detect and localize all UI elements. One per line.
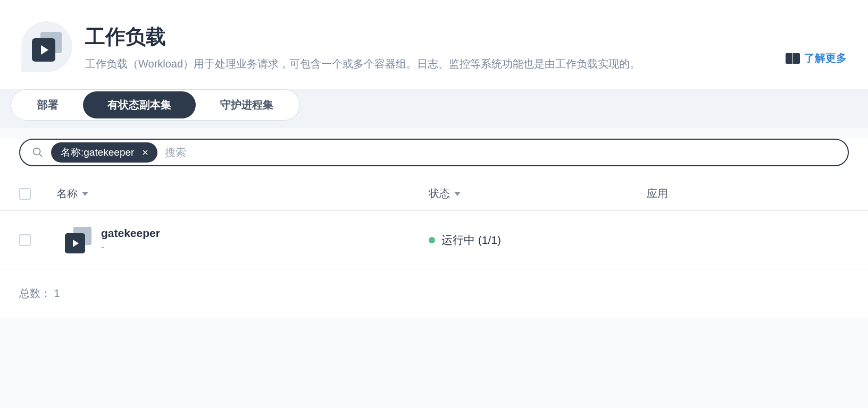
row-name[interactable]: gatekeeper	[101, 227, 160, 240]
chevron-down-icon	[454, 192, 461, 196]
table-header-row: 名称 状态 应用	[0, 177, 868, 211]
page-title: 工作负载	[85, 23, 773, 50]
total-label: 总数：	[19, 287, 51, 299]
column-status-label: 状态	[429, 186, 450, 201]
tab-statefulsets[interactable]: 有状态副本集	[83, 91, 196, 118]
tabs-pill: 部署 有状态副本集 守护进程集	[11, 89, 300, 121]
page-description: 工作负载（Workload）用于处理业务请求，可包含一个或多个容器组。日志、监控…	[85, 56, 773, 72]
status-indicator-dot	[429, 237, 435, 243]
workload-icon	[32, 32, 62, 62]
workload-page-icon	[21, 21, 72, 72]
search-bar[interactable]: 名称:gatekeeper	[19, 139, 849, 166]
row-subtitle: -	[101, 242, 160, 253]
table-footer: 总数： 1	[0, 269, 868, 318]
svg-line-1	[39, 154, 42, 157]
workloads-table: 名称 状态 应用	[0, 177, 868, 269]
svg-point-0	[34, 148, 40, 155]
row-checkbox[interactable]	[19, 234, 31, 246]
close-icon	[141, 149, 149, 156]
search-icon	[32, 147, 44, 158]
column-app-label: 应用	[647, 186, 668, 201]
learn-more-link[interactable]: 了解更多	[786, 51, 847, 65]
filter-chip-label: 名称:gatekeeper	[61, 146, 134, 159]
total-value: 1	[54, 287, 60, 299]
workload-icon	[65, 227, 91, 253]
column-header-app: 应用	[647, 186, 849, 201]
learn-more-label: 了解更多	[804, 51, 847, 65]
tabs-bar: 部署 有状态副本集 守护进程集	[0, 89, 868, 128]
column-name-label: 名称	[56, 186, 78, 201]
filter-chip-remove[interactable]	[140, 148, 150, 157]
tab-deployments[interactable]: 部署	[13, 91, 83, 118]
column-header-status[interactable]: 状态	[429, 186, 461, 201]
filter-chip-name[interactable]: 名称:gatekeeper	[51, 142, 157, 163]
page-header: 工作负载 工作负载（Workload）用于处理业务请求，可包含一个或多个容器组。…	[0, 0, 868, 89]
chevron-down-icon	[82, 192, 88, 196]
book-icon	[786, 53, 800, 64]
content-panel: 名称:gatekeeper 名称	[0, 139, 868, 318]
select-all-checkbox[interactable]	[19, 188, 31, 200]
column-header-name[interactable]: 名称	[56, 186, 88, 201]
search-input[interactable]	[165, 147, 844, 159]
status-text: 运行中 (1/1)	[441, 233, 501, 248]
tab-daemonsets[interactable]: 守护进程集	[196, 91, 298, 118]
table-row[interactable]: gatekeeper - 运行中 (1/1)	[0, 211, 868, 269]
